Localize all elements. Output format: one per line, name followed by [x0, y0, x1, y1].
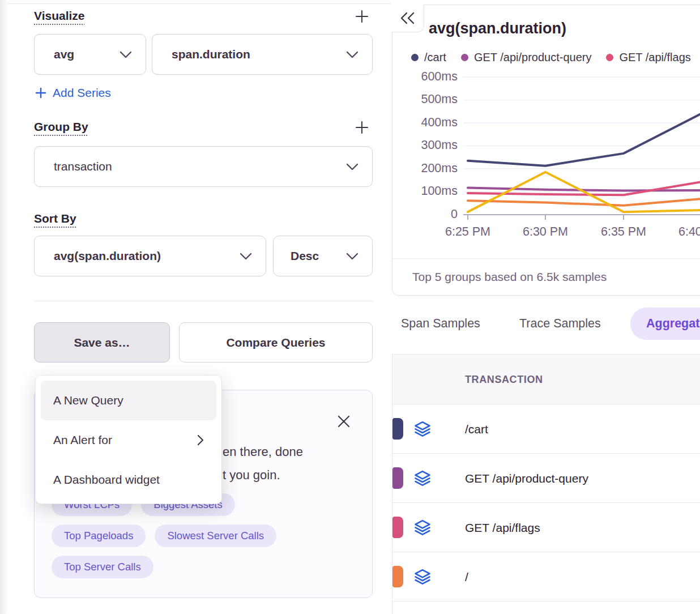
promo-text-line2: t you goin.	[223, 463, 303, 487]
transaction-name: GET /api/product-query	[465, 454, 588, 503]
chevron-down-icon	[346, 253, 358, 260]
chevron-down-icon	[240, 253, 252, 260]
series-color-swatch	[392, 517, 403, 538]
line-chart: 0100ms200ms300ms400ms500ms600ms6:25 PM6:…	[392, 62, 700, 254]
suggested-query-chips: Worst LCPsBiggest AssetsTop PageloadsSlo…	[52, 493, 295, 578]
add-visualize-icon[interactable]	[353, 8, 370, 25]
chart-card: avg(span.duration) /cartGET /api/product…	[392, 5, 700, 296]
x-axis-tick-label: 6:25 PM	[445, 225, 490, 238]
chevron-down-icon	[346, 51, 358, 58]
group-by-select-value: transaction	[54, 160, 112, 173]
menu-item-label: A New Query	[53, 394, 123, 407]
series-line-cart	[468, 114, 700, 166]
sort-direction-select[interactable]: Desc	[273, 236, 373, 276]
plus-icon	[35, 87, 46, 99]
table-row-cart[interactable]: /cart	[392, 404, 700, 454]
sort-direction-select-value: Desc	[291, 249, 319, 263]
layers-icon	[414, 519, 431, 536]
x-axis-tick-label: 6:30 PM	[523, 225, 568, 238]
sort-by-section-title: Sort By	[34, 212, 76, 225]
promo-text: en there, done t you goin.	[223, 440, 303, 487]
transaction-name: /cart	[465, 404, 488, 454]
table-row-item[interactable]: /	[392, 552, 700, 602]
tab-trace-samples[interactable]: Trace Samples	[519, 308, 601, 340]
field-select-value: span.duration	[172, 48, 250, 61]
series-color-swatch	[392, 566, 403, 587]
menu-item-an-alert-for[interactable]: An Alert for	[41, 420, 216, 460]
suggested-query-chip-top-pageloads[interactable]: Top Pageloads	[52, 525, 146, 547]
y-axis-tick-label: 0	[451, 207, 458, 221]
y-axis-tick-label: 600ms	[421, 70, 458, 83]
chart-footer-text: Top 5 groups based on 6.5k samples	[412, 270, 607, 284]
menu-item-label: An Alert for	[53, 433, 112, 447]
add-series-button[interactable]: Add Series	[35, 84, 111, 102]
table-row-get-api-product-query[interactable]: GET /api/product-query	[392, 454, 700, 503]
chart-title: avg(span.duration)	[429, 20, 566, 37]
plus-icon	[354, 8, 370, 24]
menu-item-a-new-query[interactable]: A New Query	[41, 381, 216, 420]
chevron-right-icon	[197, 434, 204, 446]
y-axis-tick-label: 500ms	[421, 92, 458, 106]
series-line-item	[468, 199, 700, 206]
panel-top-border	[7, 3, 391, 4]
menu-item-label: A Dashboard widget	[53, 473, 160, 487]
save-as-menu: A New QueryAn Alert forA Dashboard widge…	[35, 375, 222, 504]
results-tabs: Span SamplesTrace SamplesAggregates	[0, 308, 700, 340]
double-chevron-left-icon	[400, 12, 416, 24]
aggregate-select[interactable]: avg	[34, 34, 146, 75]
table-column-header: TRANSACTION	[392, 355, 700, 404]
group-by-select[interactable]: transaction	[34, 146, 373, 187]
transaction-name: /	[465, 552, 468, 602]
suggested-query-chip-slowest-server-calls[interactable]: Slowest Server Calls	[155, 525, 276, 547]
suggested-query-chip-top-server-calls[interactable]: Top Server Calls	[52, 556, 153, 578]
x-axis-tick-label: 6:35 PM	[601, 225, 646, 238]
tab-span-samples[interactable]: Span Samples	[401, 308, 480, 340]
field-select[interactable]: span.duration	[152, 34, 373, 75]
aggregate-select-value: avg	[54, 48, 74, 61]
results-table: TRANSACTION /cartGET /api/product-queryG…	[392, 354, 700, 614]
y-axis-tick-label: 300ms	[421, 138, 458, 152]
layers-icon	[414, 420, 431, 437]
y-axis-tick-label: 200ms	[421, 161, 458, 175]
layers-icon	[414, 470, 431, 487]
sort-field-select[interactable]: avg(span.duration)	[34, 236, 266, 276]
add-group-by-icon[interactable]	[353, 119, 370, 136]
visualize-section-title: Visualize	[34, 9, 85, 23]
legend-dot	[461, 54, 468, 61]
close-icon[interactable]	[336, 413, 352, 429]
y-axis-tick-label: 400ms	[421, 116, 458, 129]
y-axis-tick-label: 100ms	[421, 184, 458, 198]
sort-field-select-value: avg(span.duration)	[54, 249, 161, 263]
collapse-panel-button[interactable]	[392, 5, 424, 32]
add-series-label: Add Series	[53, 86, 111, 100]
chart-footer-divider	[392, 258, 700, 259]
series-color-swatch	[392, 467, 403, 489]
group-by-section-title: Group By	[34, 120, 88, 134]
table-row-partial	[392, 602, 700, 614]
menu-item-a-dashboard-widget[interactable]: A Dashboard widget	[41, 460, 216, 500]
chevron-down-icon	[119, 51, 132, 58]
drawer-edge-shadow	[0, 0, 8, 614]
series-color-swatch	[392, 418, 403, 440]
x-axis-tick-label: 6:40 PM	[678, 225, 700, 238]
table-body: /cartGET /api/product-queryGET /api/flag…	[392, 404, 700, 614]
section-divider	[34, 301, 373, 301]
layers-icon	[414, 568, 431, 585]
query-builder-panel: Visualize avg span.duration Add Ser	[0, 0, 391, 614]
promo-text-line1: en there, done	[223, 440, 303, 463]
chevron-down-icon	[346, 163, 358, 170]
table-row-get-api-flags[interactable]: GET /api/flags	[392, 503, 700, 552]
legend-dot	[411, 54, 419, 61]
transaction-name: GET /api/flags	[465, 503, 540, 552]
app-root: Visualize avg span.duration Add Ser	[0, 0, 700, 614]
plus-icon	[354, 120, 370, 135]
legend-dot	[606, 54, 613, 61]
tab-aggregates[interactable]: Aggregates	[630, 308, 700, 340]
